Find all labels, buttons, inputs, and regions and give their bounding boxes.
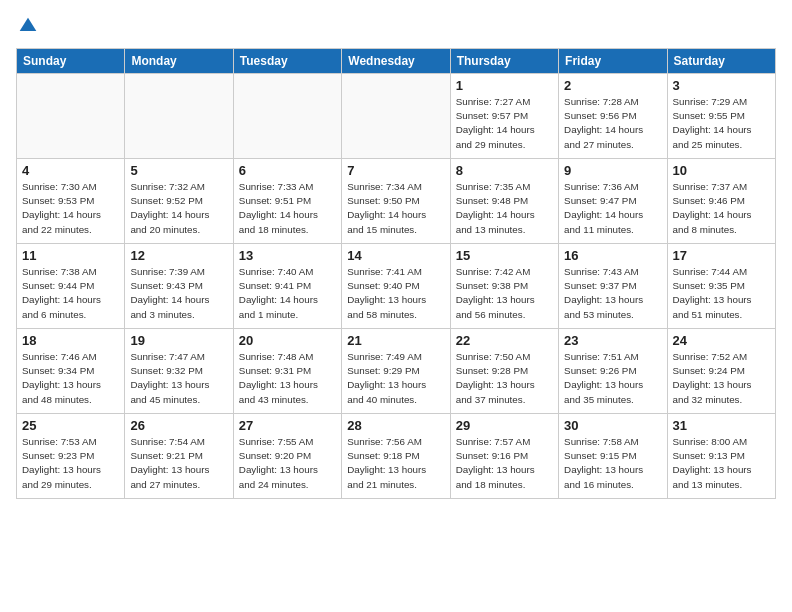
calendar-cell: 21Sunrise: 7:49 AM Sunset: 9:29 PM Dayli…: [342, 329, 450, 414]
calendar-cell: 12Sunrise: 7:39 AM Sunset: 9:43 PM Dayli…: [125, 244, 233, 329]
calendar-cell: 29Sunrise: 7:57 AM Sunset: 9:16 PM Dayli…: [450, 414, 558, 499]
calendar-cell: 18Sunrise: 7:46 AM Sunset: 9:34 PM Dayli…: [17, 329, 125, 414]
day-info: Sunrise: 7:49 AM Sunset: 9:29 PM Dayligh…: [347, 350, 444, 407]
calendar-cell: 11Sunrise: 7:38 AM Sunset: 9:44 PM Dayli…: [17, 244, 125, 329]
calendar-cell: 17Sunrise: 7:44 AM Sunset: 9:35 PM Dayli…: [667, 244, 775, 329]
calendar-cell: 15Sunrise: 7:42 AM Sunset: 9:38 PM Dayli…: [450, 244, 558, 329]
week-row-4: 18Sunrise: 7:46 AM Sunset: 9:34 PM Dayli…: [17, 329, 776, 414]
day-number: 20: [239, 333, 336, 348]
day-info: Sunrise: 7:40 AM Sunset: 9:41 PM Dayligh…: [239, 265, 336, 322]
day-number: 27: [239, 418, 336, 433]
calendar-cell: 13Sunrise: 7:40 AM Sunset: 9:41 PM Dayli…: [233, 244, 341, 329]
day-info: Sunrise: 7:32 AM Sunset: 9:52 PM Dayligh…: [130, 180, 227, 237]
calendar-cell: 5Sunrise: 7:32 AM Sunset: 9:52 PM Daylig…: [125, 159, 233, 244]
day-info: Sunrise: 7:50 AM Sunset: 9:28 PM Dayligh…: [456, 350, 553, 407]
calendar-cell: 24Sunrise: 7:52 AM Sunset: 9:24 PM Dayli…: [667, 329, 775, 414]
day-info: Sunrise: 7:30 AM Sunset: 9:53 PM Dayligh…: [22, 180, 119, 237]
calendar-cell: [125, 74, 233, 159]
day-number: 3: [673, 78, 770, 93]
calendar-cell: 8Sunrise: 7:35 AM Sunset: 9:48 PM Daylig…: [450, 159, 558, 244]
day-number: 15: [456, 248, 553, 263]
calendar-cell: 27Sunrise: 7:55 AM Sunset: 9:20 PM Dayli…: [233, 414, 341, 499]
day-number: 22: [456, 333, 553, 348]
calendar-cell: 30Sunrise: 7:58 AM Sunset: 9:15 PM Dayli…: [559, 414, 667, 499]
day-number: 18: [22, 333, 119, 348]
page-header: [16, 16, 776, 36]
calendar-cell: 25Sunrise: 7:53 AM Sunset: 9:23 PM Dayli…: [17, 414, 125, 499]
calendar-cell: 10Sunrise: 7:37 AM Sunset: 9:46 PM Dayli…: [667, 159, 775, 244]
day-number: 23: [564, 333, 661, 348]
calendar-cell: [17, 74, 125, 159]
day-number: 13: [239, 248, 336, 263]
day-number: 8: [456, 163, 553, 178]
col-header-friday: Friday: [559, 49, 667, 74]
week-row-1: 1Sunrise: 7:27 AM Sunset: 9:57 PM Daylig…: [17, 74, 776, 159]
calendar-header-row: SundayMondayTuesdayWednesdayThursdayFrid…: [17, 49, 776, 74]
day-number: 29: [456, 418, 553, 433]
day-number: 28: [347, 418, 444, 433]
day-info: Sunrise: 7:42 AM Sunset: 9:38 PM Dayligh…: [456, 265, 553, 322]
day-number: 2: [564, 78, 661, 93]
calendar-cell: 26Sunrise: 7:54 AM Sunset: 9:21 PM Dayli…: [125, 414, 233, 499]
day-info: Sunrise: 7:56 AM Sunset: 9:18 PM Dayligh…: [347, 435, 444, 492]
calendar-cell: 9Sunrise: 7:36 AM Sunset: 9:47 PM Daylig…: [559, 159, 667, 244]
day-info: Sunrise: 7:57 AM Sunset: 9:16 PM Dayligh…: [456, 435, 553, 492]
day-info: Sunrise: 7:39 AM Sunset: 9:43 PM Dayligh…: [130, 265, 227, 322]
logo-icon: [18, 16, 38, 36]
calendar-table: SundayMondayTuesdayWednesdayThursdayFrid…: [16, 48, 776, 499]
col-header-sunday: Sunday: [17, 49, 125, 74]
calendar-cell: 28Sunrise: 7:56 AM Sunset: 9:18 PM Dayli…: [342, 414, 450, 499]
calendar-cell: 1Sunrise: 7:27 AM Sunset: 9:57 PM Daylig…: [450, 74, 558, 159]
day-number: 12: [130, 248, 227, 263]
day-info: Sunrise: 7:53 AM Sunset: 9:23 PM Dayligh…: [22, 435, 119, 492]
day-number: 26: [130, 418, 227, 433]
day-number: 1: [456, 78, 553, 93]
week-row-3: 11Sunrise: 7:38 AM Sunset: 9:44 PM Dayli…: [17, 244, 776, 329]
day-info: Sunrise: 7:33 AM Sunset: 9:51 PM Dayligh…: [239, 180, 336, 237]
day-info: Sunrise: 7:47 AM Sunset: 9:32 PM Dayligh…: [130, 350, 227, 407]
calendar-cell: 2Sunrise: 7:28 AM Sunset: 9:56 PM Daylig…: [559, 74, 667, 159]
calendar-cell: 20Sunrise: 7:48 AM Sunset: 9:31 PM Dayli…: [233, 329, 341, 414]
calendar-cell: 3Sunrise: 7:29 AM Sunset: 9:55 PM Daylig…: [667, 74, 775, 159]
day-info: Sunrise: 7:46 AM Sunset: 9:34 PM Dayligh…: [22, 350, 119, 407]
col-header-monday: Monday: [125, 49, 233, 74]
day-info: Sunrise: 7:54 AM Sunset: 9:21 PM Dayligh…: [130, 435, 227, 492]
day-number: 25: [22, 418, 119, 433]
day-number: 9: [564, 163, 661, 178]
col-header-saturday: Saturday: [667, 49, 775, 74]
col-header-thursday: Thursday: [450, 49, 558, 74]
day-info: Sunrise: 7:29 AM Sunset: 9:55 PM Dayligh…: [673, 95, 770, 152]
day-number: 6: [239, 163, 336, 178]
calendar-cell: 31Sunrise: 8:00 AM Sunset: 9:13 PM Dayli…: [667, 414, 775, 499]
week-row-2: 4Sunrise: 7:30 AM Sunset: 9:53 PM Daylig…: [17, 159, 776, 244]
day-number: 31: [673, 418, 770, 433]
svg-marker-0: [20, 18, 37, 31]
day-info: Sunrise: 7:27 AM Sunset: 9:57 PM Dayligh…: [456, 95, 553, 152]
day-info: Sunrise: 7:34 AM Sunset: 9:50 PM Dayligh…: [347, 180, 444, 237]
day-info: Sunrise: 8:00 AM Sunset: 9:13 PM Dayligh…: [673, 435, 770, 492]
day-number: 30: [564, 418, 661, 433]
calendar-cell: 16Sunrise: 7:43 AM Sunset: 9:37 PM Dayli…: [559, 244, 667, 329]
calendar-cell: 7Sunrise: 7:34 AM Sunset: 9:50 PM Daylig…: [342, 159, 450, 244]
day-info: Sunrise: 7:58 AM Sunset: 9:15 PM Dayligh…: [564, 435, 661, 492]
day-info: Sunrise: 7:37 AM Sunset: 9:46 PM Dayligh…: [673, 180, 770, 237]
logo: [16, 16, 38, 36]
day-number: 16: [564, 248, 661, 263]
day-info: Sunrise: 7:43 AM Sunset: 9:37 PM Dayligh…: [564, 265, 661, 322]
day-number: 10: [673, 163, 770, 178]
day-number: 5: [130, 163, 227, 178]
day-number: 14: [347, 248, 444, 263]
calendar-cell: 19Sunrise: 7:47 AM Sunset: 9:32 PM Dayli…: [125, 329, 233, 414]
day-info: Sunrise: 7:51 AM Sunset: 9:26 PM Dayligh…: [564, 350, 661, 407]
calendar-cell: 23Sunrise: 7:51 AM Sunset: 9:26 PM Dayli…: [559, 329, 667, 414]
week-row-5: 25Sunrise: 7:53 AM Sunset: 9:23 PM Dayli…: [17, 414, 776, 499]
day-number: 4: [22, 163, 119, 178]
calendar-cell: 4Sunrise: 7:30 AM Sunset: 9:53 PM Daylig…: [17, 159, 125, 244]
day-info: Sunrise: 7:48 AM Sunset: 9:31 PM Dayligh…: [239, 350, 336, 407]
day-info: Sunrise: 7:55 AM Sunset: 9:20 PM Dayligh…: [239, 435, 336, 492]
day-info: Sunrise: 7:35 AM Sunset: 9:48 PM Dayligh…: [456, 180, 553, 237]
calendar-cell: 22Sunrise: 7:50 AM Sunset: 9:28 PM Dayli…: [450, 329, 558, 414]
day-info: Sunrise: 7:38 AM Sunset: 9:44 PM Dayligh…: [22, 265, 119, 322]
day-number: 17: [673, 248, 770, 263]
col-header-tuesday: Tuesday: [233, 49, 341, 74]
